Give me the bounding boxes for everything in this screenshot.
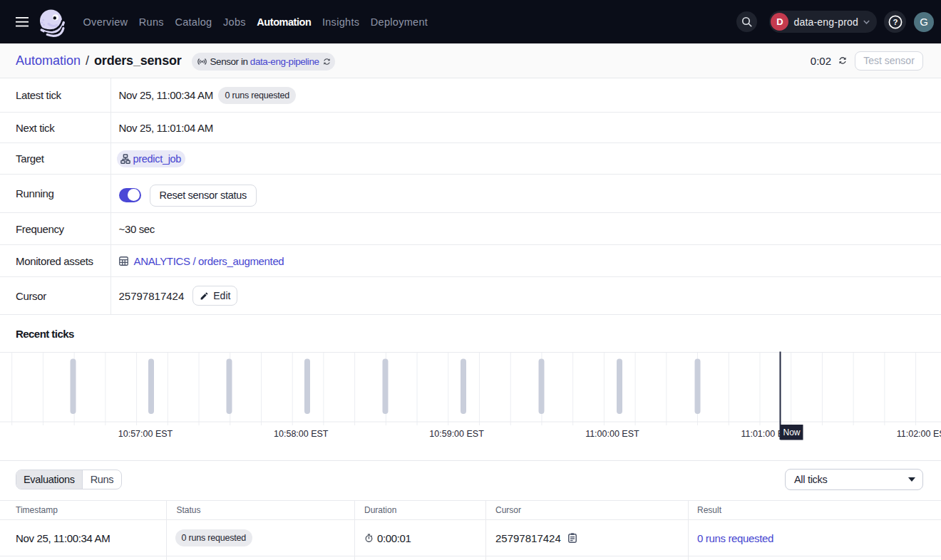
svg-text:11:02:00 EST: 11:02:00 EST (897, 429, 941, 439)
svg-text:10:59:00 EST: 10:59:00 EST (429, 429, 484, 439)
svg-text:10:58:00 EST: 10:58:00 EST (274, 429, 329, 439)
svg-text:Now: Now (783, 427, 800, 437)
svg-text:?: ? (893, 18, 898, 26)
svg-text:11:00:00 EST: 11:00:00 EST (585, 429, 639, 439)
svg-text:10:57:00 EST: 10:57:00 EST (118, 429, 173, 439)
